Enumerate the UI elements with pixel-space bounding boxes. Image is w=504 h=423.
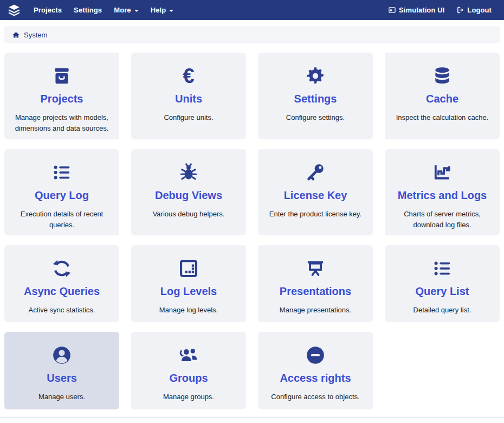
- card-title-metrics-logs: Metrics and Logs: [385, 189, 500, 202]
- navbar-menu: ProjectsSettingsMoreHelp: [28, 0, 179, 20]
- card-access-rights[interactable]: Access rightsConfigure access to objects…: [258, 332, 373, 409]
- card-presentations[interactable]: PresentationsManage presentations.: [258, 245, 373, 322]
- system-card-grid: ProjectsManage projects with models, dim…: [4, 53, 500, 409]
- card-title-async-queries: Async Queries: [4, 285, 119, 298]
- database-icon: [385, 63, 500, 88]
- card-title-settings: Settings: [258, 92, 373, 105]
- card-title-users: Users: [4, 371, 119, 384]
- card-title-units: Units: [131, 92, 246, 105]
- nav-item-label: Help: [151, 6, 166, 14]
- nav-item-logout[interactable]: Logout: [451, 0, 496, 20]
- list-icon: [385, 256, 500, 281]
- breadcrumb-bar: System: [4, 26, 500, 43]
- card-cache[interactable]: CacheInspect the calculation cache.: [385, 53, 500, 139]
- card-description-query-log: Execution details of recent queries.: [11, 209, 112, 230]
- card-description-debug-views: Various debug helpers.: [138, 209, 239, 220]
- breadcrumb-item-system[interactable]: System: [12, 31, 47, 39]
- card-description-presentations: Manage presentations.: [265, 305, 366, 316]
- nav-item-label: Projects: [34, 6, 62, 14]
- card-debug-views[interactable]: Debug ViewsVarious debug helpers.: [131, 149, 246, 235]
- card-title-license-key: License Key: [258, 189, 373, 202]
- card-description-async-queries: Active sync statistics.: [11, 305, 112, 316]
- card-projects[interactable]: ProjectsManage projects with models, dim…: [4, 53, 119, 139]
- nav-item-more[interactable]: More: [108, 0, 144, 20]
- card-title-query-log: Query Log: [4, 189, 119, 202]
- key-icon: [258, 160, 373, 185]
- archive-icon: [4, 63, 119, 88]
- minus-circle-icon: [258, 343, 373, 368]
- card-title-groups: Groups: [131, 371, 246, 384]
- card-groups[interactable]: GroupsManage groups.: [131, 332, 246, 409]
- card-description-access-rights: Configure access to objects.: [265, 392, 366, 402]
- card-title-projects: Projects: [4, 92, 119, 105]
- card-description-metrics-logs: Charts of server metrics, download log f…: [392, 209, 493, 230]
- card-description-query-list: Detailed query list.: [392, 305, 493, 316]
- users-icon: [131, 343, 246, 368]
- euro-icon: €: [131, 63, 246, 88]
- list-icon: [4, 160, 119, 185]
- nav-item-label: Logout: [467, 6, 492, 14]
- card-title-query-list: Query List: [385, 285, 500, 298]
- card-description-cache: Inspect the calculation cache.: [392, 112, 493, 123]
- card-title-debug-views: Debug Views: [131, 189, 246, 202]
- card-description-settings: Configure settings.: [265, 112, 366, 123]
- chevron-down-icon: [169, 10, 173, 12]
- card-title-presentations: Presentations: [258, 285, 373, 298]
- nav-item-help[interactable]: Help: [145, 0, 180, 20]
- bug-icon: [131, 160, 246, 185]
- nav-item-projects[interactable]: Projects: [28, 0, 68, 20]
- nav-item-label: More: [114, 6, 131, 14]
- card-license-key[interactable]: License KeyEnter the product license key…: [258, 149, 373, 235]
- sync-icon: [4, 256, 119, 281]
- card-users[interactable]: UsersManage users.: [4, 332, 119, 409]
- presentation-icon: [258, 256, 373, 281]
- card-units[interactable]: €UnitsConfigure units.: [131, 53, 246, 139]
- nav-item-label: Settings: [74, 6, 102, 14]
- nav-item-label: Simulation UI: [399, 6, 444, 14]
- card-async-queries[interactable]: Async QueriesActive sync statistics.: [4, 245, 119, 322]
- card-settings[interactable]: SettingsConfigure settings.: [258, 53, 373, 139]
- gear-icon: [258, 63, 373, 88]
- card-title-log-levels: Log Levels: [131, 285, 246, 298]
- card-title-access-rights: Access rights: [258, 371, 373, 384]
- app-logo layer-group-icon[interactable]: [7, 3, 21, 17]
- card-metrics-logs[interactable]: Metrics and LogsCharts of server metrics…: [385, 149, 500, 235]
- user-circle-icon: [4, 343, 119, 368]
- chevron-down-icon: [134, 10, 139, 12]
- logout-icon: [456, 6, 464, 14]
- breadcrumb-label: System: [24, 31, 47, 39]
- card-title-cache: Cache: [385, 92, 500, 105]
- card-query-list[interactable]: Query ListDetailed query list.: [385, 245, 500, 322]
- home-icon: [12, 31, 20, 39]
- window-icon: [388, 6, 396, 14]
- card-description-license-key: Enter the product license key.: [265, 209, 366, 220]
- footer-divider: [0, 417, 504, 418]
- card-description-log-levels: Manage log levels.: [138, 305, 239, 316]
- navbar-right: Simulation UILogout: [383, 0, 496, 20]
- card-description-users: Manage users.: [11, 392, 112, 402]
- card-log-levels[interactable]: Log LevelsManage log levels.: [131, 245, 246, 322]
- card-description-units: Configure units.: [138, 112, 239, 123]
- top-navbar: ProjectsSettingsMoreHelp Simulation UILo…: [0, 0, 504, 20]
- stairs-chart-icon: [385, 160, 500, 185]
- nav-item-simulation-ui[interactable]: Simulation UI: [383, 0, 449, 20]
- log-levels-icon: [131, 256, 246, 281]
- card-description-projects: Manage projects with models, dimensions …: [11, 112, 112, 134]
- card-query-log[interactable]: Query LogExecution details of recent que…: [4, 149, 119, 235]
- nav-item-settings[interactable]: Settings: [68, 0, 108, 20]
- card-description-groups: Manage groups.: [138, 392, 239, 402]
